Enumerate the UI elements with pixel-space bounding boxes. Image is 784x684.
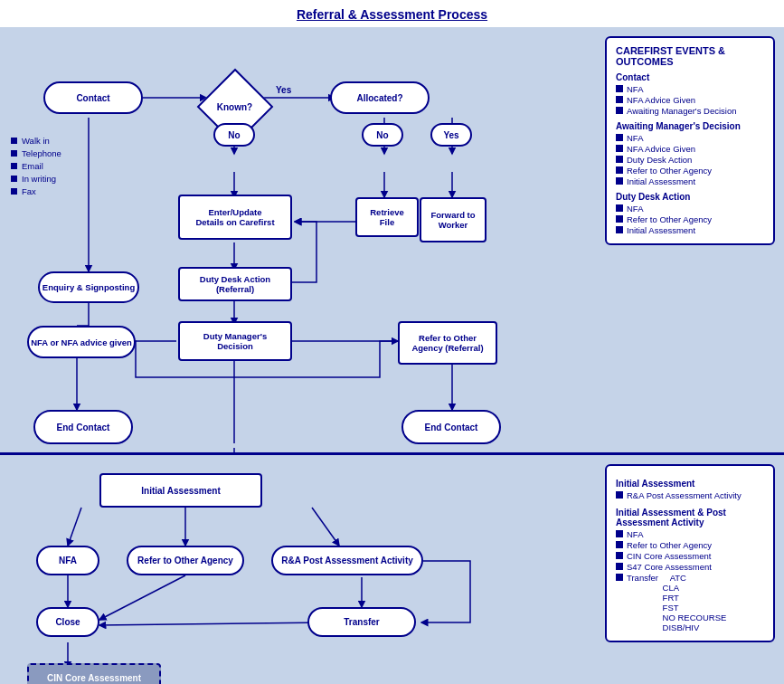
- sb-item: Duty Desk Action: [616, 155, 764, 165]
- bullet-icon: [616, 107, 623, 114]
- bullet-icon: [616, 156, 623, 163]
- sidebar-bottom-ia-title: Initial Assessment: [616, 479, 764, 489]
- yes-label-2: Yes: [430, 123, 472, 147]
- sb-item: NFA: [616, 204, 764, 214]
- flow-area-bottom: Initial Assessment NFA Refer to Other Ag…: [9, 464, 598, 684]
- sidebar-section-contact: Contact: [616, 72, 764, 82]
- bullet-icon: [616, 145, 623, 152]
- refer-other-box: Refer to Other Agency (Referral): [398, 321, 497, 365]
- sb-item: NFA: [616, 133, 764, 143]
- list-item: Email: [11, 161, 61, 171]
- bullet-icon: [616, 85, 623, 92]
- no-label-2: No: [362, 123, 403, 147]
- bullet-icon: [616, 541, 623, 548]
- refer-agency-box: Refer to Other Agency: [127, 546, 244, 575]
- forward-worker-box: Forward to Worker: [420, 197, 486, 242]
- bullet-icon: [11, 138, 17, 144]
- sidebar-top-title: CAREFIRST EVENTS & OUTCOMES: [616, 45, 764, 67]
- bullet-icon: [616, 204, 623, 212]
- svg-line-23: [312, 508, 339, 546]
- no-label-1: No: [213, 123, 255, 147]
- bullet-icon: [616, 530, 623, 537]
- close-box: Close: [36, 607, 99, 637]
- sidebar-section-duty: Duty Desk Action: [616, 192, 764, 202]
- list-item: Walk in: [11, 136, 61, 146]
- sb-item: Refer to Other Agency: [616, 540, 764, 550]
- duty-desk-box: Duty Desk Action (Referral): [178, 267, 292, 301]
- sb-item: NFA Advice Given: [616, 95, 764, 105]
- sb-item: NFA: [616, 84, 764, 94]
- sidebar-section-awaiting: Awaiting Manager's Decision: [616, 121, 764, 131]
- bullet-icon: [616, 552, 623, 559]
- bullet-icon: [11, 163, 17, 169]
- main-container: Referral & Assessment Process: [0, 0, 784, 684]
- sb-item: NFA Advice Given: [616, 144, 764, 154]
- list-item: Telephone: [11, 148, 61, 158]
- nfa-advice-box: NFA or NFA advice given: [27, 326, 136, 358]
- contact-list: Walk in Telephone Email In writing Fax: [11, 136, 61, 199]
- bullet-icon: [616, 226, 623, 233]
- contact-box: Contact: [43, 81, 143, 114]
- bullet-icon: [616, 215, 623, 223]
- randa-post-box: R&A Post Assessment Activity: [271, 546, 423, 575]
- bullet-icon: [616, 166, 623, 174]
- top-section: Contact Walk in Telephone Email: [0, 27, 784, 452]
- duty-manager-box: Duty Manager's Decision: [178, 321, 292, 361]
- bullet-icon: [11, 188, 17, 195]
- no-box-1: No: [213, 123, 255, 147]
- no-box-2: No: [362, 123, 403, 147]
- sidebar-bottom: Initial Assessment R&A Post Assessment A…: [605, 464, 775, 642]
- bottom-section: Initial Assessment NFA Refer to Other Ag…: [0, 452, 784, 684]
- bullet-icon: [616, 177, 623, 185]
- yes-label-1: Yes: [276, 85, 291, 95]
- sb-item: Initial Assessment: [616, 225, 764, 235]
- svg-line-21: [68, 508, 81, 546]
- sb-item: NFA: [616, 529, 764, 539]
- page-title: Referral & Assessment Process: [0, 0, 784, 27]
- sb-item: CIN Core Assessment: [616, 551, 764, 561]
- list-item: In writing: [11, 174, 61, 184]
- transfer-box: Transfer: [307, 607, 416, 637]
- list-item: Fax: [11, 186, 61, 196]
- bullet-icon: [11, 176, 17, 182]
- flow-area-top: Contact Walk in Telephone Email: [9, 36, 598, 443]
- bullet-icon: [11, 150, 17, 157]
- sidebar-top: CAREFIRST EVENTS & OUTCOMES Contact NFA …: [605, 36, 775, 245]
- bullet-icon: [616, 134, 623, 141]
- sb-item: Initial Assessment: [616, 176, 764, 186]
- enter-update-box: Enter/Update Details on Carefirst: [178, 195, 292, 240]
- sidebar-bottom-ia-post-title: Initial Assessment & Post Assessment Act…: [616, 508, 764, 527]
- sb-item: S47 Core Assessment: [616, 562, 764, 572]
- sb-item: Awaiting Manager's Decision: [616, 106, 764, 116]
- yes-box-2: Yes: [430, 123, 472, 147]
- bullet-icon: [616, 574, 623, 581]
- cin-core-box: CIN Core Assessment: [27, 663, 161, 684]
- sb-item: Transfer ATC CLA FRT FST NO RECOURSE DIS…: [616, 573, 764, 632]
- initial-assessment-box: Initial Assessment: [99, 473, 262, 508]
- retrieve-file-box: Retrieve File: [355, 197, 419, 237]
- end-contact-right-box: End Contact: [401, 410, 501, 444]
- enquiry-box: Enquiry & Signposting: [38, 271, 139, 303]
- bullet-icon: [616, 96, 623, 103]
- end-contact-left-box: End Contact: [33, 410, 133, 444]
- svg-line-27: [99, 622, 326, 625]
- nfa-box: NFA: [36, 546, 99, 575]
- sb-item: Refer to Other Agency: [616, 214, 764, 224]
- sb-item: R&A Post Assessment Activity: [616, 490, 764, 500]
- sb-item: Refer to Other Agency: [616, 166, 764, 176]
- bullet-icon: [616, 491, 623, 499]
- allocated-box: Allocated?: [330, 81, 430, 114]
- bullet-icon: [616, 563, 623, 570]
- svg-line-25: [99, 575, 185, 620]
